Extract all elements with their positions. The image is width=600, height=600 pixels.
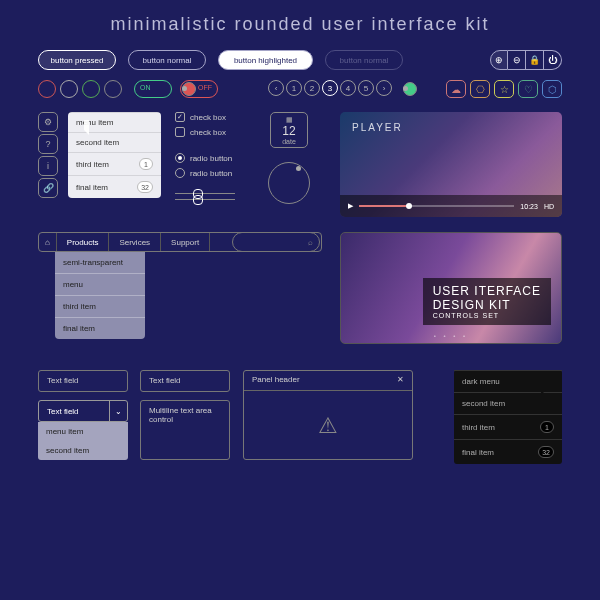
star-icon[interactable]: ☆ bbox=[494, 80, 514, 98]
menu-item[interactable]: menu item bbox=[38, 422, 128, 441]
power-icon[interactable]: ⏻ bbox=[544, 50, 562, 70]
slider[interactable] bbox=[175, 199, 235, 200]
checkbox[interactable]: ✓check box bbox=[175, 112, 232, 122]
button-highlighted[interactable]: button highlighted bbox=[218, 50, 313, 70]
radio[interactable]: radio button bbox=[175, 153, 232, 163]
dropdown-semi[interactable]: semi-transparent menu third item final i… bbox=[55, 252, 145, 339]
home-icon[interactable]: ⌂ bbox=[39, 233, 57, 251]
button-disabled: button normal bbox=[325, 50, 403, 70]
page-title: minimalistic rounded user interface kit bbox=[0, 14, 600, 35]
pager-page[interactable]: 1 bbox=[286, 80, 302, 96]
banner[interactable]: USER ITERFACE DESIGN KIT CONTROLS SET • … bbox=[340, 232, 562, 344]
pager-next[interactable]: › bbox=[376, 80, 392, 96]
search-input[interactable]: ⌕ bbox=[232, 232, 320, 252]
carousel-dots[interactable]: • • • • bbox=[341, 333, 561, 339]
text-field[interactable]: Text field bbox=[140, 370, 230, 392]
help-icon[interactable]: ? bbox=[38, 134, 58, 154]
player-time: 10:23 bbox=[520, 203, 538, 210]
dropdown-menu[interactable]: menu item second item bbox=[38, 422, 128, 460]
menu-item[interactable]: menu bbox=[55, 273, 145, 295]
checkbox[interactable]: check box bbox=[175, 127, 232, 137]
textarea[interactable]: Multiline text area control bbox=[140, 400, 230, 460]
cloud-icon[interactable]: ☁ bbox=[446, 80, 466, 98]
info-icon[interactable]: i bbox=[38, 156, 58, 176]
gear-icon[interactable]: ⚙ bbox=[38, 112, 58, 132]
lock-icon[interactable]: 🔒 bbox=[526, 50, 544, 70]
media-player[interactable]: PLAYER ▶ 10:23 HD bbox=[340, 112, 562, 217]
circle-icon[interactable] bbox=[82, 80, 100, 98]
menu-light[interactable]: menu item second item third item1 final … bbox=[68, 112, 161, 198]
circle-icon[interactable] bbox=[60, 80, 78, 98]
circle-icon[interactable] bbox=[104, 80, 122, 98]
text-field[interactable]: Text field bbox=[38, 370, 128, 392]
menu-item[interactable]: final item bbox=[55, 317, 145, 339]
menu-item[interactable]: second item bbox=[454, 392, 562, 414]
close-icon[interactable]: ✕ bbox=[397, 375, 404, 386]
menu-dark[interactable]: dark menu second item third item1 final … bbox=[454, 370, 562, 464]
banner-title: DESIGN KIT bbox=[433, 298, 541, 312]
rotary-knob[interactable] bbox=[268, 162, 310, 204]
hexagon-icon[interactable]: ⬡ bbox=[542, 80, 562, 98]
toggle-off[interactable]: OFF bbox=[180, 80, 218, 98]
pager-prev[interactable]: ‹ bbox=[268, 80, 284, 96]
player-label: PLAYER bbox=[352, 122, 403, 133]
button-pressed[interactable]: button pressed bbox=[38, 50, 116, 70]
menu-item[interactable]: third item bbox=[55, 295, 145, 317]
menu-item[interactable]: final item32 bbox=[68, 175, 161, 198]
chevron-down-icon[interactable]: ⌄ bbox=[109, 401, 127, 421]
slider[interactable] bbox=[175, 193, 235, 194]
pager-page[interactable]: 5 bbox=[358, 80, 374, 96]
radio[interactable]: radio button bbox=[175, 168, 232, 178]
banner-subtitle: CONTROLS SET bbox=[433, 312, 541, 319]
plus-icon[interactable]: ⊕ bbox=[490, 50, 508, 70]
nav-item[interactable]: Services bbox=[109, 233, 161, 251]
minus-icon[interactable]: ⊖ bbox=[508, 50, 526, 70]
menu-item[interactable]: third item1 bbox=[68, 152, 161, 175]
menu-item[interactable]: second item bbox=[68, 132, 161, 152]
calendar-icon: ▦ bbox=[271, 116, 307, 124]
date-picker[interactable]: ▦ 12 date bbox=[270, 112, 308, 148]
player-quality: HD bbox=[544, 203, 554, 210]
button-normal[interactable]: button normal bbox=[128, 50, 206, 70]
pager-page[interactable]: 4 bbox=[340, 80, 356, 96]
search-icon: ⌕ bbox=[308, 238, 313, 247]
pager[interactable]: ‹ 1 2 3 4 5 › bbox=[268, 80, 392, 96]
toggle-on[interactable]: ON bbox=[134, 80, 172, 98]
heart-icon[interactable]: ♡ bbox=[518, 80, 538, 98]
warning-icon: ⚠ bbox=[244, 413, 412, 439]
banner-title: USER ITERFACE bbox=[433, 284, 541, 298]
button-group[interactable]: ⊕ ⊖ 🔒 ⏻ bbox=[490, 50, 562, 70]
circle-icon[interactable] bbox=[38, 80, 56, 98]
speech-icon[interactable]: ⎔ bbox=[470, 80, 490, 98]
nav-item[interactable]: Support bbox=[161, 233, 210, 251]
menu-item[interactable]: third item1 bbox=[454, 414, 562, 439]
scrub-slider[interactable] bbox=[359, 205, 514, 207]
pager-page[interactable]: 3 bbox=[322, 80, 338, 96]
pager-page[interactable]: 2 bbox=[304, 80, 320, 96]
panel-header: Panel header bbox=[252, 375, 300, 386]
panel: Panel header ✕ ⚠ bbox=[243, 370, 413, 460]
play-icon[interactable]: ▶ bbox=[348, 202, 353, 210]
nav-item[interactable]: Products bbox=[57, 233, 110, 251]
link-icon[interactable]: 🔗 bbox=[38, 178, 58, 198]
dropdown[interactable]: Text field ⌄ bbox=[38, 400, 128, 422]
menu-item[interactable]: semi-transparent bbox=[55, 252, 145, 273]
menu-item[interactable]: second item bbox=[38, 441, 128, 460]
menu-item[interactable]: final item32 bbox=[454, 439, 562, 464]
